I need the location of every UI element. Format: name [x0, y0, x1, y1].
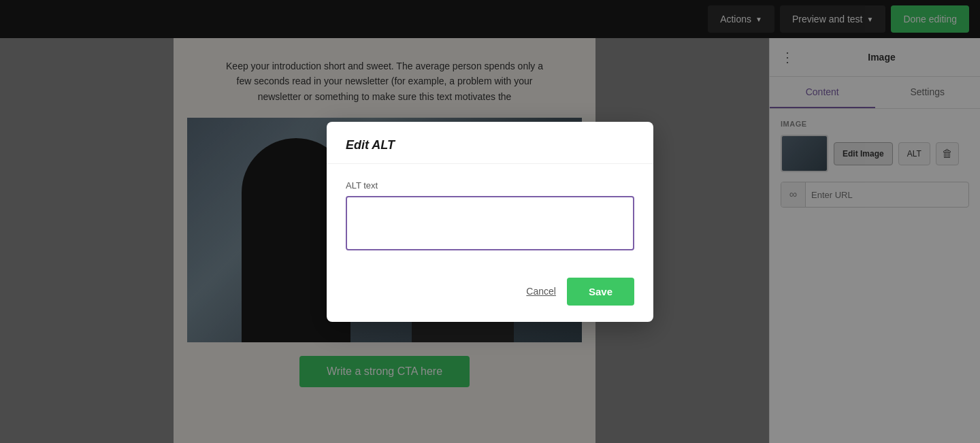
alt-field-label: ALT text — [346, 180, 634, 191]
modal-footer: Cancel Save — [327, 267, 653, 322]
modal-header: Edit ALT — [327, 122, 653, 164]
modal-title-text: Edit — [346, 138, 372, 152]
alt-text-input[interactable] — [346, 196, 634, 250]
modal-overlay: Edit ALT ALT text Cancel Save — [0, 0, 980, 443]
edit-alt-modal: Edit ALT ALT text Cancel Save — [327, 122, 653, 322]
cancel-button[interactable]: Cancel — [526, 286, 556, 297]
save-button[interactable]: Save — [567, 278, 634, 306]
modal-title-emphasis: ALT — [372, 138, 395, 152]
modal-body: ALT text — [327, 164, 653, 267]
modal-title: Edit ALT — [346, 138, 634, 152]
